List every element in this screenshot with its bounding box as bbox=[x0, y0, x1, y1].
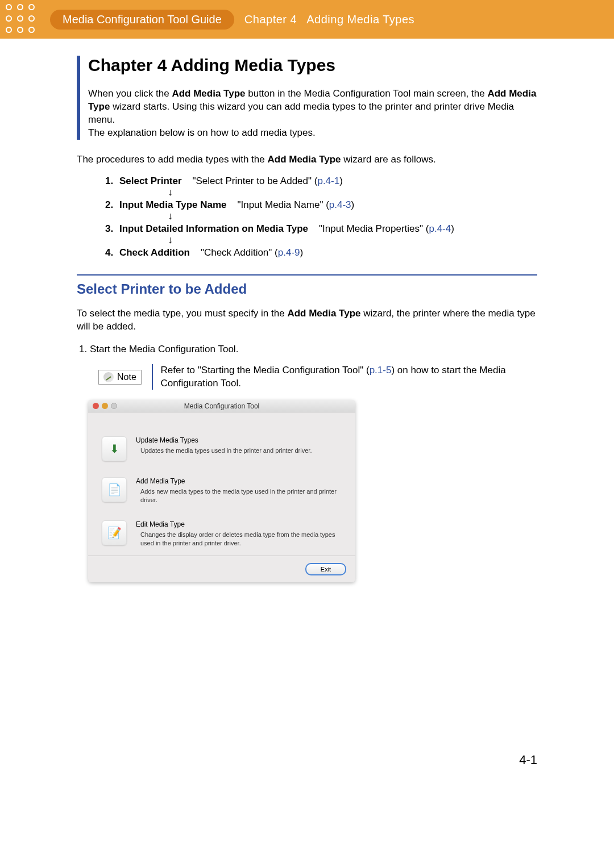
procedure-item: 1. Select Printer "Select Printer to be … bbox=[105, 176, 537, 197]
section-paragraph: To select the media type, you must speci… bbox=[77, 307, 537, 333]
window-title: Media Configuration Tool bbox=[88, 402, 355, 410]
item-description: Changes the display order or deletes med… bbox=[136, 531, 342, 548]
intro-segment: button in the Media Configuration Tool m… bbox=[246, 88, 488, 99]
decorative-dot-grid bbox=[6, 4, 36, 35]
note-divider bbox=[152, 364, 153, 390]
step-name: Check Addition bbox=[119, 247, 190, 258]
note-badge: Note bbox=[98, 370, 142, 385]
guide-title-pill: Media Configuration Tool Guide bbox=[50, 10, 234, 30]
page-content: Chapter 4 Adding Media Types When you cl… bbox=[0, 39, 614, 790]
numbered-step: 1. Start the Media Configuration Tool. bbox=[79, 344, 537, 355]
page-header-banner: Media Configuration Tool Guide Chapter 4… bbox=[0, 0, 614, 39]
step-quote: "Select Printer to be Added" ( bbox=[192, 176, 317, 186]
pencil-icon bbox=[103, 372, 114, 382]
procedure-item: 2. Input Media Type Name "Input Media Na… bbox=[105, 199, 537, 221]
text-bold: Add Media Type bbox=[267, 154, 341, 165]
edit-media-type-item[interactable]: 📝 Edit Media Type Changes the display or… bbox=[102, 512, 342, 556]
step-name: Input Media Type Name bbox=[119, 199, 227, 210]
text-segment: The procedures to add media types with t… bbox=[77, 154, 267, 165]
step-close: ) bbox=[351, 199, 355, 210]
exit-button[interactable]: Exit bbox=[305, 563, 346, 575]
item-description: Updates the media types used in the prin… bbox=[136, 446, 342, 455]
media-config-tool-window: Media Configuration Tool ⬇ Update Media … bbox=[88, 400, 355, 582]
step-quote: "Input Media Properties" ( bbox=[319, 223, 429, 234]
step-close: ) bbox=[339, 176, 343, 186]
step-quote: "Input Media Name" ( bbox=[237, 199, 329, 210]
page-number: 4-1 bbox=[77, 753, 537, 767]
window-titlebar: Media Configuration Tool bbox=[88, 400, 355, 412]
procedure-item: 3. Input Detailed Information on Media T… bbox=[105, 223, 537, 245]
edit-document-icon: 📝 bbox=[102, 520, 127, 545]
text-segment: wizard are as follows. bbox=[341, 154, 436, 165]
intro-bold: Add Media Type bbox=[172, 88, 245, 99]
step-number: 2. bbox=[105, 199, 113, 210]
window-body: ⬇ Update Media Types Updates the media t… bbox=[88, 412, 355, 555]
step-number: 3. bbox=[105, 223, 113, 234]
page-ref-link[interactable]: p.4-1 bbox=[317, 176, 339, 186]
banner-chapter-name: Adding Media Types bbox=[306, 13, 414, 26]
window-footer: Exit bbox=[88, 556, 355, 582]
step-number: 1. bbox=[105, 176, 113, 186]
step-name: Select Printer bbox=[119, 176, 182, 186]
procedure-list: 1. Select Printer "Select Printer to be … bbox=[77, 176, 537, 258]
intro-segment: When you click the bbox=[88, 88, 172, 99]
item-title: Add Media Type bbox=[136, 477, 342, 485]
step-quote: "Check Addition" ( bbox=[201, 247, 278, 258]
step-name: Input Detailed Information on Media Type bbox=[119, 223, 308, 234]
text-segment: To select the media type, you must speci… bbox=[77, 308, 287, 319]
note-label: Note bbox=[117, 372, 136, 382]
item-title: Update Media Types bbox=[136, 436, 342, 444]
add-media-type-item[interactable]: 📄 Add Media Type Adds new media types to… bbox=[102, 469, 342, 512]
step-number: 4. bbox=[105, 247, 113, 258]
chapter-intro: When you click the Add Media Type button… bbox=[88, 87, 537, 140]
text-segment: Refer to "Starting the Media Configurati… bbox=[161, 365, 370, 375]
page-ref-link[interactable]: p.4-4 bbox=[429, 223, 451, 234]
chapter-heading-block: Chapter 4 Adding Media Types When you cl… bbox=[77, 56, 537, 140]
banner-chapter-label: Chapter 4 bbox=[244, 13, 297, 26]
download-icon: ⬇ bbox=[102, 436, 127, 461]
procedure-item: 4. Check Addition "Check Addition" (p.4-… bbox=[105, 247, 537, 258]
section-heading: Select Printer to be Added bbox=[77, 281, 537, 297]
page-ref-link[interactable]: p.4-3 bbox=[329, 199, 351, 210]
update-media-types-item[interactable]: ⬇ Update Media Types Updates the media t… bbox=[102, 428, 342, 469]
section-divider bbox=[77, 274, 537, 276]
item-description: Adds new media types to the media type u… bbox=[136, 487, 342, 504]
page-ref-link[interactable]: p.1-5 bbox=[370, 365, 392, 375]
note-text: Refer to "Starting the Media Configurati… bbox=[161, 364, 537, 390]
page-ref-link[interactable]: p.4-9 bbox=[278, 247, 300, 258]
down-arrow-icon: ↓ bbox=[168, 187, 537, 197]
item-title: Edit Media Type bbox=[136, 520, 342, 528]
chapter-title: Chapter 4 Adding Media Types bbox=[88, 56, 537, 75]
intro-segment: wizard starts. Using this wizard you can… bbox=[88, 101, 514, 125]
procedures-intro: The procedures to add media types with t… bbox=[77, 153, 537, 166]
intro-segment: The explanation below is on how to add m… bbox=[88, 127, 316, 138]
down-arrow-icon: ↓ bbox=[168, 211, 537, 221]
note-block: Note Refer to "Starting the Media Config… bbox=[98, 364, 537, 390]
step-close: ) bbox=[300, 247, 303, 258]
down-arrow-icon: ↓ bbox=[168, 235, 537, 245]
add-document-icon: 📄 bbox=[102, 477, 127, 502]
text-bold: Add Media Type bbox=[287, 308, 360, 319]
banner-chapter-text: Chapter 4 Adding Media Types bbox=[244, 13, 414, 26]
step-close: ) bbox=[451, 223, 454, 234]
